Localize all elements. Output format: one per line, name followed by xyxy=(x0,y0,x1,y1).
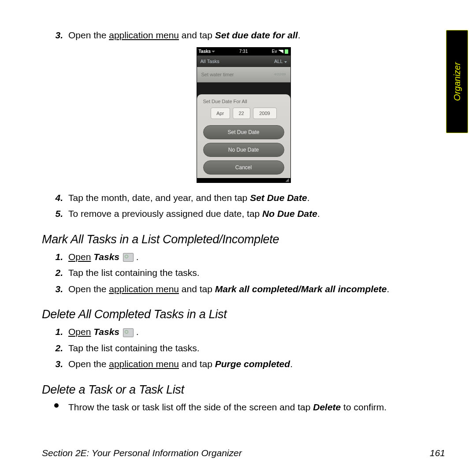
step-text-pre: Open the xyxy=(68,30,109,40)
step-text-post: . xyxy=(290,359,293,369)
phone-statusbar: Tasks 7:31 Ev xyxy=(197,48,290,56)
step-text-post: . xyxy=(307,193,310,203)
signal-icon xyxy=(278,50,283,53)
task-text: Set water timer xyxy=(201,72,234,77)
status-app-name: Tasks xyxy=(199,49,211,54)
step-number: 2. xyxy=(50,341,63,356)
task-date: 4/22/09 xyxy=(274,72,286,76)
step-text-pre: Open the xyxy=(68,359,109,369)
status-ev-label: Ev xyxy=(272,49,277,54)
picker-day[interactable]: 22 xyxy=(233,108,250,119)
status-time: 7:31 xyxy=(239,49,248,54)
bullet-text-post: to confirm. xyxy=(341,402,387,412)
mark-step-2: 2. Tap the list containing the tasks. xyxy=(42,266,445,280)
step-text-post: . xyxy=(298,30,301,40)
link-application-menu[interactable]: application menu xyxy=(109,359,179,369)
due-date-sheet: Set Due Date For All Apr 22 2009 Set Due… xyxy=(197,94,290,182)
step-text-pre: To remove a previously assigned due date… xyxy=(68,208,262,219)
link-application-menu[interactable]: application menu xyxy=(109,284,179,294)
page-footer: Section 2E: Your Personal Information Or… xyxy=(42,448,445,458)
delall-step-1: 1. Open Tasks . xyxy=(42,325,445,339)
step-text: Tap the list containing the tasks. xyxy=(68,343,200,353)
heading-delete-one: Delete a Task or a Task List xyxy=(42,383,445,397)
phone-list-header[interactable]: All Tasks ALL xyxy=(197,56,290,67)
footer-section: Section 2E: Your Personal Information Or… xyxy=(42,448,242,458)
statusbar-left: Tasks xyxy=(199,49,216,54)
step-text-pre: Tap the month, date, and year, and then … xyxy=(68,193,250,203)
step-text-mid: and tap xyxy=(179,284,215,294)
bold-tasks: Tasks xyxy=(93,252,119,262)
step-number: 1. xyxy=(50,250,63,264)
delall-step-3: 3. Open the application menu and tap Pur… xyxy=(42,357,445,372)
step-text-post: . xyxy=(317,208,320,219)
link-application-menu[interactable]: application menu xyxy=(109,30,179,40)
delete-one-bullet: Throw the task or task list off the side… xyxy=(42,400,445,415)
bold-delete: Delete xyxy=(313,402,341,412)
section-side-tab: Organizer xyxy=(446,30,468,133)
cancel-button[interactable]: Cancel xyxy=(203,160,284,175)
step-number: 4. xyxy=(50,191,63,205)
step-text-mid: and tap xyxy=(179,30,215,40)
sheet-title: Set Due Date For All xyxy=(203,99,286,104)
heading-mark-all: Mark All Tasks in a List Completed/Incom… xyxy=(42,233,445,246)
steps-after-image: 4. Tap the month, date, and year, and th… xyxy=(42,191,445,221)
mark-step-3: 3. Open the application menu and tap Mar… xyxy=(42,282,445,297)
step-number: 3. xyxy=(50,357,63,372)
delete-all-steps: 1. Open Tasks . 2. Tap the list containi… xyxy=(42,325,445,372)
steps-continued: 3. Open the application menu and tap Set… xyxy=(42,28,445,43)
set-due-date-button[interactable]: Set Due Date xyxy=(203,125,284,139)
heading-delete-all: Delete All Completed Tasks in a List xyxy=(42,308,445,321)
step-4: 4. Tap the month, date, and year, and th… xyxy=(42,191,445,205)
link-open[interactable]: Open xyxy=(68,252,91,262)
delete-one-item: Throw the task or task list off the side… xyxy=(42,400,445,415)
step-number: 2. xyxy=(50,266,63,280)
bullet-icon xyxy=(54,403,59,408)
resize-icon xyxy=(286,178,289,182)
page-number: 161 xyxy=(430,448,445,458)
chevron-down-icon xyxy=(284,61,287,63)
step-text-pre: Open the xyxy=(68,284,109,294)
bold-no-due-date: No Due Date xyxy=(262,208,317,219)
chevron-down-icon xyxy=(212,51,215,52)
step-number: 3. xyxy=(50,282,63,297)
phone-bottom-bar xyxy=(197,178,290,182)
bold-mark-all: Mark all completed/Mark all incomplete xyxy=(215,284,387,294)
mark-step-1: 1. Open Tasks . xyxy=(42,250,445,264)
bold-tasks: Tasks xyxy=(93,327,119,337)
task-row[interactable]: Set water timer 4/22/09 xyxy=(197,67,290,82)
battery-icon xyxy=(285,49,288,54)
no-due-date-button[interactable]: No Due Date xyxy=(203,143,284,157)
bold-set-due-date: Set Due Date xyxy=(250,193,307,203)
step-number: 3. xyxy=(50,28,63,43)
bold-set-due-date-for-all: Set due date for all xyxy=(215,30,298,40)
picker-year[interactable]: 2009 xyxy=(253,108,277,119)
delall-step-2: 2. Tap the list containing the tasks. xyxy=(42,341,445,356)
statusbar-right: Ev xyxy=(272,49,289,54)
step-3: 3. Open the application menu and tap Set… xyxy=(42,28,445,43)
picker-month[interactable]: Apr xyxy=(211,108,230,119)
bold-purge: Purge completed xyxy=(215,359,290,369)
bullet-text-pre: Throw the task or task list off the side… xyxy=(68,402,313,412)
header-left: All Tasks xyxy=(201,59,219,64)
mark-steps: 1. Open Tasks . 2. Tap the list containi… xyxy=(42,250,445,297)
manual-page: Organizer 3. Open the application menu a… xyxy=(0,0,476,476)
phone-screenshot: Tasks 7:31 Ev All Tasks ALL Set water ti… xyxy=(197,47,291,183)
tasks-app-icon xyxy=(123,328,134,337)
header-right: ALL xyxy=(274,59,287,64)
step-text-mid: and tap xyxy=(179,359,215,369)
step-number: 5. xyxy=(50,207,63,221)
step-text-post: . xyxy=(387,284,390,294)
side-tab-label: Organizer xyxy=(452,62,462,101)
link-open[interactable]: Open xyxy=(68,327,91,337)
step-number: 1. xyxy=(50,325,63,339)
date-picker: Apr 22 2009 xyxy=(201,108,286,119)
step-5: 5. To remove a previously assigned due d… xyxy=(42,207,445,221)
tasks-app-icon xyxy=(123,253,134,262)
step-text: Tap the list containing the tasks. xyxy=(68,268,200,278)
